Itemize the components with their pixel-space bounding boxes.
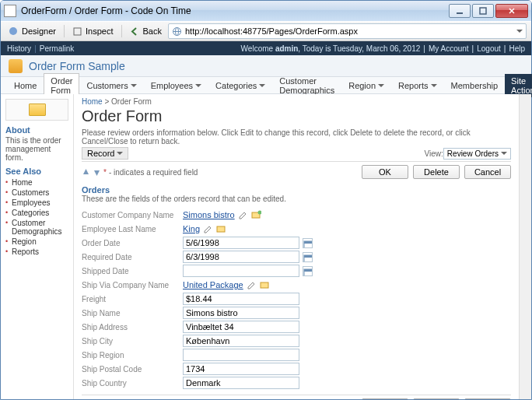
minimize-button[interactable] (449, 4, 471, 18)
permalink-link[interactable]: Permalink (40, 44, 74, 53)
brand-icon (9, 59, 23, 73)
address-input[interactable] (185, 26, 513, 36)
svg-rect-18 (261, 282, 268, 288)
see-also-heading: See Also (5, 167, 68, 176)
calendar-icon[interactable] (303, 266, 313, 276)
svg-rect-17 (304, 269, 313, 272)
addr-caret-icon[interactable] (516, 30, 523, 33)
site-actions-button[interactable]: Site Actions (505, 74, 532, 97)
tab-customers[interactable]: Customers (79, 78, 143, 93)
new-icon[interactable] (216, 224, 226, 234)
delete-button[interactable]: Delete (413, 165, 460, 179)
sidebar-item[interactable]: Customer Demographics (5, 218, 68, 237)
sidebar-item[interactable]: Employees (5, 198, 68, 208)
content-area: Home > Order Form Order Form Please revi… (74, 94, 519, 399)
instructions: Please review orders information below. … (82, 128, 511, 146)
order-date-input[interactable] (183, 237, 299, 249)
arrow-up-icon[interactable] (82, 168, 90, 177)
tab-home[interactable]: Home (7, 78, 44, 93)
svg-rect-1 (480, 8, 486, 14)
ship-name-input[interactable] (183, 307, 299, 319)
globe-icon (172, 26, 182, 37)
customer-link[interactable]: Simons bistro (183, 210, 235, 219)
svg-rect-5 (74, 28, 81, 35)
new-icon[interactable] (251, 210, 261, 220)
my-account-link[interactable]: My Account (429, 44, 469, 53)
edit-icon[interactable] (203, 224, 213, 234)
breadcrumb-home[interactable]: Home (82, 97, 103, 106)
folder-icon (29, 104, 46, 116)
tab-membership[interactable]: Membership (444, 78, 506, 93)
breadcrumb: Home > Order Form (82, 97, 511, 106)
history-link[interactable]: History (7, 44, 31, 53)
ship-address-input[interactable] (183, 321, 299, 333)
section-title: Orders (82, 185, 511, 195)
browser-toolbar: Designer Inspect Back (1, 21, 531, 41)
cancel-button[interactable]: Cancel (464, 165, 511, 179)
page-title: Order Form (82, 107, 511, 125)
cancel-button-bottom[interactable]: Cancel (464, 398, 511, 399)
app-icon (4, 5, 16, 17)
shipvia-link[interactable]: United Package (183, 280, 243, 289)
shipped-date-input[interactable] (183, 265, 299, 277)
logout-link[interactable]: Logout (477, 44, 501, 53)
about-text: This is the order management form. (5, 136, 68, 162)
scrollbar[interactable] (519, 94, 531, 399)
brand-title: Order Form Sample (29, 60, 125, 72)
svg-rect-15 (304, 255, 313, 258)
ship-postal-input[interactable] (183, 363, 299, 375)
sidebar-card (5, 99, 68, 121)
record-menu[interactable]: Record (82, 147, 128, 160)
svg-rect-13 (304, 241, 313, 244)
calendar-icon[interactable] (303, 238, 313, 248)
ship-country-input[interactable] (183, 377, 299, 389)
calendar-icon[interactable] (303, 252, 313, 262)
required-date-input[interactable] (183, 251, 299, 263)
sidebar-item[interactable]: Categories (5, 208, 68, 218)
welcome-text: Welcome admin, Today is Tuesday, March 0… (241, 44, 421, 53)
ship-city-input[interactable] (183, 335, 299, 347)
edit-icon[interactable] (247, 280, 257, 290)
brand-bar: Order Form Sample (1, 55, 531, 77)
sidebar-item[interactable]: Region (5, 237, 68, 247)
tab-employees[interactable]: Employees (144, 78, 208, 93)
ok-button-bottom[interactable]: OK (362, 398, 408, 399)
ship-region-input[interactable] (183, 349, 299, 361)
maximize-button[interactable] (472, 4, 494, 18)
sidebar: About This is the order management form.… (1, 94, 74, 399)
svg-rect-0 (457, 12, 463, 14)
edit-icon[interactable] (238, 210, 248, 220)
app-nav: Home Order Form Customers Employees Cate… (1, 77, 531, 94)
tab-categories[interactable]: Categories (208, 78, 272, 93)
new-icon[interactable] (260, 280, 270, 290)
tab-reports[interactable]: Reports (391, 78, 444, 93)
back-button[interactable]: Back (127, 25, 165, 38)
view-selector[interactable]: Review Orders (443, 148, 511, 160)
freight-input[interactable] (183, 293, 299, 305)
ok-button[interactable]: OK (362, 165, 408, 179)
tab-region[interactable]: Region (341, 78, 391, 93)
close-button[interactable] (495, 4, 528, 18)
top-bar: History | Permalink Welcome admin, Today… (1, 41, 531, 55)
delete-button-bottom[interactable]: Delete (413, 398, 460, 399)
about-heading: About (5, 125, 68, 135)
sidebar-item[interactable]: Home (5, 177, 68, 188)
employee-link[interactable]: King (183, 224, 200, 233)
sidebar-item[interactable]: Reports (5, 247, 68, 257)
window-title: OrderForm / Order Form - Code On Time (21, 5, 449, 16)
inspect-button[interactable]: Inspect (69, 25, 116, 38)
svg-point-4 (9, 27, 17, 35)
titlebar: OrderForm / Order Form - Code On Time (1, 1, 531, 21)
designer-button[interactable]: Designer (5, 25, 59, 38)
view-label: View: (425, 149, 443, 158)
svg-rect-11 (217, 226, 225, 232)
help-link[interactable]: Help (509, 44, 525, 53)
sidebar-item[interactable]: Customers (5, 188, 68, 198)
section-desc: These are the fields of the orders recor… (82, 195, 511, 203)
arrow-down-icon[interactable] (93, 168, 101, 177)
